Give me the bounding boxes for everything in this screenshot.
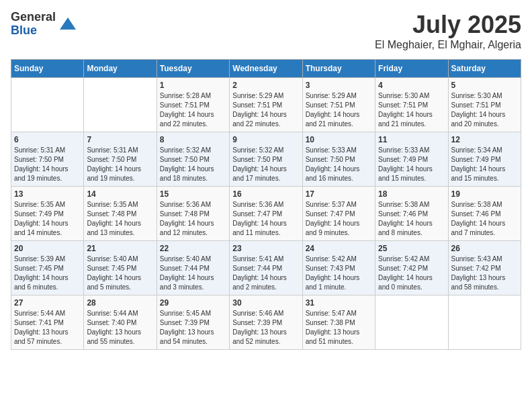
- calendar-cell: 12Sunrise: 5:34 AM Sunset: 7:49 PM Dayli…: [448, 132, 521, 187]
- day-detail: Sunrise: 5:40 AM Sunset: 7:44 PM Dayligh…: [160, 255, 226, 292]
- day-number: 31: [306, 298, 372, 308]
- logo-icon: [58, 15, 77, 34]
- day-of-week-header: Friday: [375, 60, 448, 78]
- calendar: SundayMondayTuesdayWednesdayThursdayFrid…: [11, 59, 521, 350]
- day-of-week-header: Saturday: [448, 60, 521, 78]
- day-detail: Sunrise: 5:42 AM Sunset: 7:42 PM Dayligh…: [378, 255, 445, 292]
- day-of-week-header: Tuesday: [157, 60, 229, 78]
- day-detail: Sunrise: 5:43 AM Sunset: 7:42 PM Dayligh…: [451, 255, 518, 292]
- header: General Blue July 2025 El Meghaier, El M…: [11, 11, 521, 51]
- calendar-cell: [375, 295, 448, 350]
- calendar-cell: 23Sunrise: 5:41 AM Sunset: 7:44 PM Dayli…: [230, 241, 302, 295]
- day-detail: Sunrise: 5:34 AM Sunset: 7:49 PM Dayligh…: [451, 146, 518, 183]
- day-number: 28: [87, 298, 153, 308]
- day-detail: Sunrise: 5:33 AM Sunset: 7:50 PM Dayligh…: [306, 146, 372, 183]
- calendar-cell: 24Sunrise: 5:42 AM Sunset: 7:43 PM Dayli…: [302, 241, 375, 295]
- day-detail: Sunrise: 5:42 AM Sunset: 7:43 PM Dayligh…: [306, 255, 372, 292]
- calendar-cell: 15Sunrise: 5:36 AM Sunset: 7:48 PM Dayli…: [157, 187, 229, 241]
- day-number: 8: [160, 135, 226, 144]
- day-detail: Sunrise: 5:37 AM Sunset: 7:47 PM Dayligh…: [306, 200, 372, 238]
- calendar-cell: 6Sunrise: 5:31 AM Sunset: 7:50 PM Daylig…: [11, 132, 84, 187]
- calendar-cell: 18Sunrise: 5:38 AM Sunset: 7:46 PM Dayli…: [375, 187, 448, 241]
- day-detail: Sunrise: 5:38 AM Sunset: 7:46 PM Dayligh…: [378, 200, 445, 238]
- day-number: 4: [378, 81, 445, 90]
- day-detail: Sunrise: 5:40 AM Sunset: 7:45 PM Dayligh…: [87, 255, 153, 292]
- day-detail: Sunrise: 5:32 AM Sunset: 7:50 PM Dayligh…: [160, 146, 226, 183]
- calendar-cell: 31Sunrise: 5:47 AM Sunset: 7:38 PM Dayli…: [302, 295, 375, 350]
- day-number: 12: [451, 135, 518, 144]
- day-detail: Sunrise: 5:41 AM Sunset: 7:44 PM Dayligh…: [232, 255, 299, 292]
- day-number: 11: [378, 135, 445, 144]
- day-number: 9: [232, 135, 299, 144]
- day-detail: Sunrise: 5:32 AM Sunset: 7:50 PM Dayligh…: [232, 146, 299, 183]
- day-number: 19: [451, 189, 518, 199]
- calendar-cell: 28Sunrise: 5:44 AM Sunset: 7:40 PM Dayli…: [84, 295, 157, 350]
- subtitle: El Meghaier, El Mghair, Algeria: [375, 39, 521, 51]
- day-detail: Sunrise: 5:39 AM Sunset: 7:45 PM Dayligh…: [14, 255, 81, 292]
- day-detail: Sunrise: 5:29 AM Sunset: 7:51 PM Dayligh…: [232, 91, 299, 129]
- day-number: 27: [14, 298, 81, 308]
- day-number: 7: [87, 135, 153, 144]
- day-detail: Sunrise: 5:46 AM Sunset: 7:39 PM Dayligh…: [232, 309, 299, 347]
- day-number: 1: [160, 81, 226, 90]
- day-detail: Sunrise: 5:44 AM Sunset: 7:41 PM Dayligh…: [14, 309, 81, 347]
- calendar-week-row: 20Sunrise: 5:39 AM Sunset: 7:45 PM Dayli…: [11, 241, 521, 295]
- day-number: 22: [160, 244, 226, 253]
- day-number: 15: [160, 189, 226, 199]
- calendar-cell: 17Sunrise: 5:37 AM Sunset: 7:47 PM Dayli…: [302, 187, 375, 241]
- day-number: 23: [232, 244, 299, 253]
- day-of-week-header: Monday: [84, 60, 157, 78]
- calendar-cell: 20Sunrise: 5:39 AM Sunset: 7:45 PM Dayli…: [11, 241, 84, 295]
- calendar-header-row: SundayMondayTuesdayWednesdayThursdayFrid…: [11, 60, 521, 78]
- day-detail: Sunrise: 5:44 AM Sunset: 7:40 PM Dayligh…: [87, 309, 153, 347]
- day-number: 13: [14, 189, 81, 199]
- calendar-cell: 29Sunrise: 5:45 AM Sunset: 7:39 PM Dayli…: [157, 295, 229, 350]
- calendar-cell: 8Sunrise: 5:32 AM Sunset: 7:50 PM Daylig…: [157, 132, 229, 187]
- day-number: 29: [160, 298, 226, 308]
- calendar-cell: 30Sunrise: 5:46 AM Sunset: 7:39 PM Dayli…: [230, 295, 302, 350]
- calendar-cell: 25Sunrise: 5:42 AM Sunset: 7:42 PM Dayli…: [375, 241, 448, 295]
- calendar-cell: 9Sunrise: 5:32 AM Sunset: 7:50 PM Daylig…: [230, 132, 302, 187]
- calendar-cell: 22Sunrise: 5:40 AM Sunset: 7:44 PM Dayli…: [157, 241, 229, 295]
- day-of-week-header: Wednesday: [230, 60, 302, 78]
- calendar-week-row: 13Sunrise: 5:35 AM Sunset: 7:49 PM Dayli…: [11, 187, 521, 241]
- day-detail: Sunrise: 5:36 AM Sunset: 7:47 PM Dayligh…: [232, 200, 299, 238]
- day-number: 21: [87, 244, 153, 253]
- day-detail: Sunrise: 5:35 AM Sunset: 7:49 PM Dayligh…: [14, 200, 81, 238]
- calendar-cell: 1Sunrise: 5:28 AM Sunset: 7:51 PM Daylig…: [157, 78, 229, 132]
- day-number: 25: [378, 244, 445, 253]
- calendar-cell: 5Sunrise: 5:30 AM Sunset: 7:51 PM Daylig…: [448, 78, 521, 132]
- calendar-cell: 4Sunrise: 5:30 AM Sunset: 7:51 PM Daylig…: [375, 78, 448, 132]
- calendar-cell: 14Sunrise: 5:35 AM Sunset: 7:48 PM Dayli…: [84, 187, 157, 241]
- day-detail: Sunrise: 5:36 AM Sunset: 7:48 PM Dayligh…: [160, 200, 226, 238]
- day-of-week-header: Sunday: [11, 60, 84, 78]
- logo: General Blue: [11, 11, 77, 38]
- calendar-cell: 10Sunrise: 5:33 AM Sunset: 7:50 PM Dayli…: [302, 132, 375, 187]
- calendar-week-row: 1Sunrise: 5:28 AM Sunset: 7:51 PM Daylig…: [11, 78, 521, 132]
- day-number: 24: [306, 244, 372, 253]
- day-number: 20: [14, 244, 81, 253]
- calendar-cell: 21Sunrise: 5:40 AM Sunset: 7:45 PM Dayli…: [84, 241, 157, 295]
- day-detail: Sunrise: 5:33 AM Sunset: 7:49 PM Dayligh…: [378, 146, 445, 183]
- logo-blue: Blue: [11, 24, 56, 38]
- calendar-cell: 13Sunrise: 5:35 AM Sunset: 7:49 PM Dayli…: [11, 187, 84, 241]
- day-number: 5: [451, 81, 518, 90]
- main-title: July 2025: [375, 11, 521, 39]
- day-detail: Sunrise: 5:31 AM Sunset: 7:50 PM Dayligh…: [87, 146, 153, 183]
- day-of-week-header: Thursday: [302, 60, 375, 78]
- day-number: 26: [451, 244, 518, 253]
- calendar-cell: 26Sunrise: 5:43 AM Sunset: 7:42 PM Dayli…: [448, 241, 521, 295]
- day-detail: Sunrise: 5:30 AM Sunset: 7:51 PM Dayligh…: [378, 91, 445, 129]
- calendar-cell: 3Sunrise: 5:29 AM Sunset: 7:51 PM Daylig…: [302, 78, 375, 132]
- day-detail: Sunrise: 5:28 AM Sunset: 7:51 PM Dayligh…: [160, 91, 226, 129]
- calendar-week-row: 27Sunrise: 5:44 AM Sunset: 7:41 PM Dayli…: [11, 295, 521, 350]
- calendar-cell: 2Sunrise: 5:29 AM Sunset: 7:51 PM Daylig…: [230, 78, 302, 132]
- logo-text: General Blue: [11, 11, 56, 38]
- calendar-cell: 7Sunrise: 5:31 AM Sunset: 7:50 PM Daylig…: [84, 132, 157, 187]
- calendar-cell: 16Sunrise: 5:36 AM Sunset: 7:47 PM Dayli…: [230, 187, 302, 241]
- day-number: 18: [378, 189, 445, 199]
- svg-marker-0: [60, 17, 76, 30]
- calendar-cell: 11Sunrise: 5:33 AM Sunset: 7:49 PM Dayli…: [375, 132, 448, 187]
- day-detail: Sunrise: 5:38 AM Sunset: 7:46 PM Dayligh…: [451, 200, 518, 238]
- day-detail: Sunrise: 5:29 AM Sunset: 7:51 PM Dayligh…: [306, 91, 372, 129]
